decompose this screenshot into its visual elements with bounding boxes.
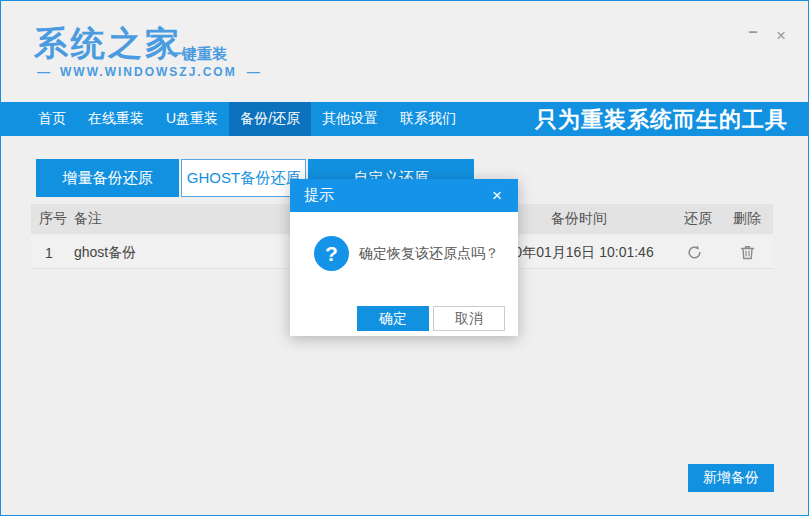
col-header-delete: 删除 — [733, 204, 761, 234]
nav-item-other-settings[interactable]: 其他设置 — [311, 102, 389, 136]
dialog-cancel-button[interactable]: 取消 — [433, 306, 505, 331]
row-restore-button[interactable] — [686, 237, 703, 268]
col-header-backup-time: 备份时间 — [551, 204, 607, 234]
logo-subtitle: 一键重装 — [167, 45, 227, 64]
minimize-icon[interactable]: – — [744, 23, 762, 41]
col-header-note: 备注 — [74, 204, 102, 234]
tab-ghost-backup-restore[interactable]: GHOST备份还原 — [181, 159, 306, 197]
row-index: 1 — [45, 237, 53, 268]
header: 系统之家 一键重装 — WWW.WINDOWSZJ.COM — – × — [1, 1, 808, 102]
question-icon: ? — [314, 236, 349, 271]
dialog-header: 提示 × — [290, 179, 518, 212]
nav-item-online-reinstall[interactable]: 在线重装 — [77, 102, 155, 136]
trash-icon — [739, 244, 756, 261]
row-note: ghost备份 — [74, 237, 136, 268]
close-icon[interactable]: × — [772, 27, 790, 45]
website-row: — WWW.WINDOWSZJ.COM — — [37, 64, 260, 79]
dialog-ok-button[interactable]: 确定 — [357, 306, 429, 331]
col-header-restore: 还原 — [684, 204, 712, 234]
add-backup-button[interactable]: 新增备份 — [688, 464, 774, 492]
col-header-index: 序号 — [39, 204, 67, 234]
dash-decor-left: — — [37, 64, 50, 79]
tab-incremental-backup-restore[interactable]: 增量备份还原 — [36, 159, 179, 197]
dialog-message: 确定恢复该还原点吗？ — [359, 236, 499, 271]
confirm-dialog: 提示 × ? 确定恢复该还原点吗？ 确定 取消 — [290, 179, 518, 336]
app-window: 系统之家 一键重装 — WWW.WINDOWSZJ.COM — – × 首页 在… — [0, 0, 809, 516]
nav-item-contact-us[interactable]: 联系我们 — [389, 102, 467, 136]
logo-title: 系统之家 — [34, 21, 182, 67]
nav-slogan: 只为重装系统而生的工具 — [535, 105, 788, 135]
dialog-title: 提示 — [304, 186, 334, 205]
dash-decor-right: — — [247, 64, 260, 79]
nav-item-usb-reinstall[interactable]: U盘重装 — [155, 102, 229, 136]
dialog-close-icon[interactable]: × — [486, 179, 508, 212]
row-delete-button[interactable] — [739, 237, 756, 268]
website-text: WWW.WINDOWSZJ.COM — [60, 65, 237, 79]
refresh-icon — [686, 244, 703, 261]
nav-item-backup-restore[interactable]: 备份/还原 — [229, 102, 311, 136]
nav-item-home[interactable]: 首页 — [27, 102, 77, 136]
